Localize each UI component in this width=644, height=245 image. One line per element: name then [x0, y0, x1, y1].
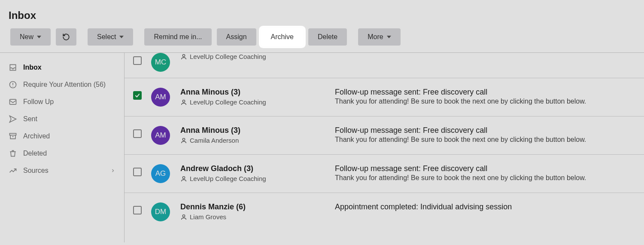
archive-icon: [9, 132, 17, 141]
sidebar-item-label: Deleted: [23, 150, 47, 157]
sender-name: Anna Minous (3): [180, 88, 335, 97]
svg-rect-4: [10, 133, 16, 135]
message-row[interactable]: AM Anna Minous (3) LevelUp College Coach…: [125, 78, 644, 116]
message-subject: Appointment completed: Individual advisi…: [335, 202, 635, 211]
row-checkbox[interactable]: [133, 56, 142, 65]
sidebar-item-label: Require Your Attention (56): [23, 81, 106, 89]
avatar: DM: [151, 202, 170, 221]
caret-down-icon: [119, 36, 124, 38]
svg-rect-3: [10, 99, 16, 104]
message-subject: Follow-up message sent: Free discovery c…: [335, 164, 635, 173]
message-subject: Follow-up message sent: Free discovery c…: [335, 88, 635, 97]
person-icon: [180, 99, 187, 106]
refresh-icon: [62, 33, 70, 41]
svg-point-8: [182, 138, 185, 140]
sidebar-item-label: Inbox: [23, 64, 42, 71]
new-label: New: [20, 33, 33, 41]
sidebar-item-label: Archived: [23, 132, 50, 140]
svg-point-10: [182, 214, 185, 217]
archive-label: Archive: [271, 33, 294, 41]
trash-icon: [9, 149, 17, 158]
check-icon: [134, 92, 140, 98]
sidebar-item-label: Follow Up: [23, 98, 54, 106]
message-preview: Thank you for attending! Be sure to book…: [335, 174, 635, 182]
delete-button[interactable]: Delete: [308, 28, 347, 46]
toolbar: New Select Remind me in... Assign Archiv…: [0, 28, 644, 52]
sidebar-item-archived[interactable]: Archived: [0, 128, 124, 145]
new-button[interactable]: New: [10, 28, 51, 46]
followup-icon: [9, 98, 17, 106]
refresh-button[interactable]: [56, 28, 76, 46]
caret-down-icon: [37, 36, 41, 38]
avatar: MC: [151, 53, 170, 72]
avatar: AM: [151, 126, 170, 145]
remind-button[interactable]: Remind me in...: [144, 28, 211, 46]
org-label: LevelUp College Coaching: [190, 98, 266, 106]
sidebar-item-label: Sources: [23, 167, 49, 175]
delete-label: Delete: [318, 33, 337, 41]
avatar: AG: [151, 164, 170, 183]
sidebar-item-followup[interactable]: Follow Up: [0, 93, 124, 110]
sent-icon: [9, 115, 17, 123]
content: Inbox Require Your Attention (56) Follow…: [0, 52, 644, 242]
sources-icon: [9, 166, 17, 175]
sidebar-item-sources[interactable]: Sources: [0, 162, 124, 179]
archive-button[interactable]: Archive: [261, 28, 303, 46]
org-label: LevelUp College Coaching: [190, 53, 266, 60]
assign-label: Assign: [226, 33, 247, 41]
svg-point-2: [12, 86, 13, 87]
row-checkbox[interactable]: [133, 129, 142, 138]
row-checkbox[interactable]: [133, 206, 142, 214]
svg-point-6: [182, 54, 185, 56]
org-label: LevelUp College Coaching: [190, 175, 266, 182]
org-label: Liam Groves: [190, 213, 226, 220]
row-checkbox[interactable]: [133, 91, 142, 100]
svg-point-9: [182, 176, 185, 178]
avatar: AM: [151, 88, 170, 107]
message-subject: Follow-up message sent: Free discovery c…: [335, 126, 635, 135]
page-title: Inbox: [0, 0, 644, 28]
more-label: More: [368, 33, 383, 41]
more-button[interactable]: More: [358, 28, 400, 46]
message-list: MC LevelUp College Coaching AM Anna Mino…: [125, 53, 644, 242]
sidebar-item-inbox[interactable]: Inbox: [0, 59, 124, 76]
chevron-right-icon: [110, 168, 115, 173]
message-row[interactable]: DM Dennis Manzie (6) Liam Groves Appoint…: [125, 193, 644, 231]
alert-icon: [9, 80, 17, 89]
remind-label: Remind me in...: [154, 33, 202, 41]
org-label: Camila Anderson: [190, 137, 239, 144]
message-row[interactable]: MC LevelUp College Coaching: [125, 53, 644, 78]
person-icon: [180, 53, 187, 60]
message-row[interactable]: AM Anna Minous (3) Camila Anderson Follo…: [125, 116, 644, 155]
assign-button[interactable]: Assign: [217, 28, 256, 46]
sender-name: Dennis Manzie (6): [180, 202, 335, 211]
sidebar-item-label: Sent: [23, 115, 37, 123]
inbox-icon: [9, 63, 17, 72]
message-row[interactable]: AG Andrew Gladoch (3) LevelUp College Co…: [125, 155, 644, 193]
svg-point-7: [182, 100, 185, 102]
sidebar-item-deleted[interactable]: Deleted: [0, 145, 124, 162]
person-icon: [180, 137, 187, 144]
message-preview: Thank you for attending! Be sure to book…: [335, 98, 635, 105]
sender-name: Andrew Gladoch (3): [180, 164, 335, 173]
sidebar-item-attention[interactable]: Require Your Attention (56): [0, 76, 124, 93]
sidebar: Inbox Require Your Attention (56) Follow…: [0, 53, 125, 242]
select-button[interactable]: Select: [88, 28, 133, 46]
sender-name: Anna Minous (3): [180, 126, 335, 135]
sidebar-item-sent[interactable]: Sent: [0, 110, 124, 128]
person-icon: [180, 214, 187, 220]
row-checkbox[interactable]: [133, 168, 142, 176]
caret-down-icon: [387, 36, 391, 38]
person-icon: [180, 175, 187, 182]
select-label: Select: [97, 33, 116, 41]
message-preview: Thank you for attending! Be sure to book…: [335, 136, 635, 144]
